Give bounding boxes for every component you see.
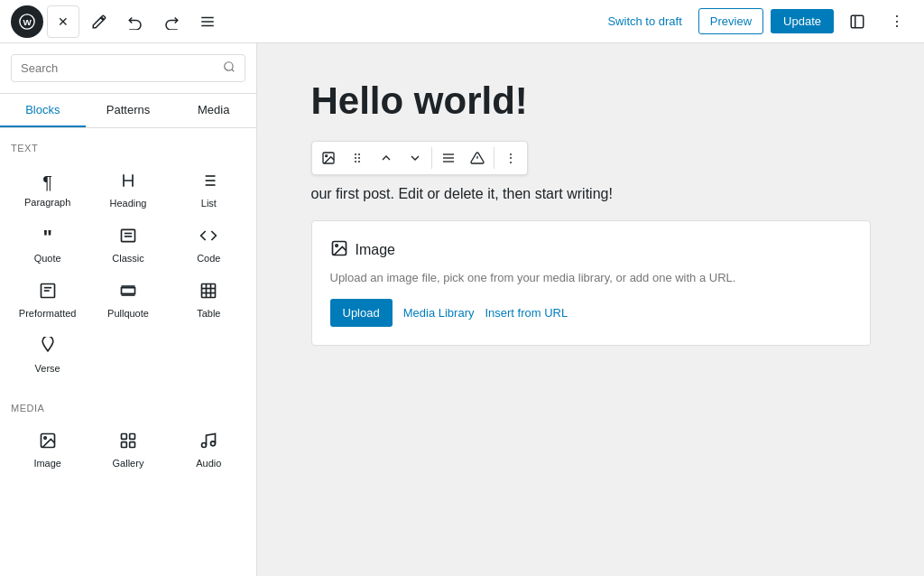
svg-rect-21	[121, 288, 134, 294]
svg-point-51	[335, 244, 337, 246]
block-type-button[interactable]	[314, 144, 343, 172]
code-icon	[199, 227, 217, 247]
svg-rect-32	[130, 434, 135, 440]
media-library-button[interactable]: Media Library	[403, 306, 475, 320]
block-item-pullquote[interactable]: Pullquote	[88, 271, 168, 326]
svg-rect-34	[130, 442, 135, 448]
classic-label: Classic	[112, 253, 143, 264]
block-item-heading[interactable]: Heading	[88, 161, 168, 216]
sidebar-toggle-button[interactable]	[841, 5, 873, 38]
svg-rect-5	[851, 15, 864, 28]
update-button[interactable]: Update	[771, 9, 834, 33]
warning-button[interactable]	[463, 144, 492, 172]
more-block-options-button[interactable]: ⋮	[496, 144, 525, 172]
gallery-label: Gallery	[113, 458, 144, 469]
svg-point-41	[355, 157, 356, 159]
svg-point-43	[355, 161, 356, 163]
tab-blocks[interactable]: Blocks	[0, 94, 86, 127]
block-item-list[interactable]: List	[169, 161, 249, 216]
toolbar-divider-2	[494, 147, 494, 169]
image-block: Image Upload an image file, pick one fro…	[311, 220, 871, 346]
toolbar-left: W ✕	[11, 5, 224, 38]
svg-rect-31	[121, 434, 126, 440]
tab-media[interactable]: Media	[171, 94, 256, 127]
svg-point-38	[325, 155, 327, 157]
sidebar-search	[0, 43, 256, 94]
block-item-table[interactable]: Table	[169, 271, 249, 326]
close-button[interactable]: ✕	[47, 5, 79, 38]
more-options-button[interactable]: ⋮	[881, 5, 913, 38]
svg-line-8	[232, 70, 235, 72]
redo-button[interactable]	[155, 5, 188, 38]
preview-button[interactable]: Preview	[698, 8, 763, 34]
svg-point-36	[211, 441, 216, 446]
table-icon	[199, 282, 217, 302]
audio-label: Audio	[196, 458, 221, 469]
search-wrapper	[11, 54, 245, 82]
classic-icon	[119, 227, 137, 247]
svg-point-35	[202, 443, 207, 448]
svg-point-40	[358, 153, 360, 155]
audio-icon	[199, 432, 217, 452]
heading-label: Heading	[110, 198, 147, 209]
quote-icon: "	[42, 228, 51, 247]
align-button[interactable]	[434, 144, 463, 172]
drag-handle-button[interactable]	[343, 144, 372, 172]
toolbar-right: Switch to draft Preview Update ⋮	[598, 5, 913, 38]
pullquote-label: Pullquote	[107, 308, 149, 319]
svg-point-44	[358, 161, 360, 163]
sidebar-content: TEXT ¶ Paragraph Heading	[0, 128, 256, 576]
svg-point-39	[355, 153, 356, 155]
block-item-paragraph[interactable]: ¶ Paragraph	[7, 161, 88, 216]
post-title[interactable]: Hello world!	[311, 79, 871, 123]
main-area: Blocks Patterns Media TEXT ¶ Paragraph H…	[0, 43, 924, 576]
svg-rect-24	[202, 284, 216, 298]
block-item-audio[interactable]: Audio	[169, 421, 249, 476]
switch-draft-button[interactable]: Switch to draft	[598, 9, 690, 33]
svg-point-30	[43, 437, 46, 440]
block-item-classic[interactable]: Classic	[88, 216, 168, 271]
list-view-button[interactable]	[191, 5, 224, 38]
block-item-image[interactable]: Image	[7, 421, 88, 476]
toolbar-divider	[431, 147, 432, 169]
code-label: Code	[197, 253, 220, 264]
image-block-description: Upload an image file, pick one from your…	[330, 271, 852, 284]
image-block-label: Image	[33, 458, 61, 469]
list-icon	[199, 172, 217, 192]
sidebar-tabs: Blocks Patterns Media	[0, 94, 256, 128]
preformatted-label: Preformatted	[19, 308, 77, 319]
pen-button[interactable]	[83, 5, 116, 38]
sidebar: Blocks Patterns Media TEXT ¶ Paragraph H…	[0, 43, 257, 576]
editor-area: Hello world!	[257, 43, 924, 576]
svg-point-7	[225, 62, 233, 70]
image-block-icon	[39, 432, 57, 452]
image-block-title: Image	[356, 242, 395, 258]
move-up-button[interactable]	[372, 144, 401, 172]
top-toolbar: W ✕ Switch to draft Preview Update	[0, 0, 924, 43]
insert-from-url-button[interactable]: Insert from URL	[485, 306, 568, 320]
block-item-verse[interactable]: Verse	[7, 326, 88, 381]
move-down-button[interactable]	[401, 144, 430, 172]
text-blocks-grid: ¶ Paragraph Heading L	[0, 157, 256, 385]
block-item-gallery[interactable]: Gallery	[88, 421, 168, 476]
media-section-title: MEDIA	[0, 395, 256, 417]
wp-logo[interactable]: W	[11, 5, 43, 38]
quote-label: Quote	[34, 253, 61, 264]
editor-content: Hello world!	[311, 79, 871, 540]
svg-rect-33	[121, 442, 126, 448]
paragraph-block[interactable]: our first post. Edit or delete it, then …	[311, 182, 871, 206]
tab-patterns[interactable]: Patterns	[86, 94, 171, 127]
svg-text:W: W	[23, 16, 32, 26]
svg-point-42	[358, 157, 360, 159]
gallery-icon	[119, 432, 137, 452]
block-item-preformatted[interactable]: Preformatted	[7, 271, 88, 326]
undo-button[interactable]	[119, 5, 152, 38]
image-block-header: Image	[330, 239, 852, 262]
paragraph-icon: ¶	[42, 173, 52, 191]
block-item-code[interactable]: Code	[169, 216, 249, 271]
block-item-quote[interactable]: " Quote	[7, 216, 88, 271]
pullquote-icon	[119, 282, 137, 302]
search-input[interactable]	[21, 61, 216, 75]
image-icon	[330, 239, 348, 262]
upload-button[interactable]: Upload	[330, 299, 393, 327]
